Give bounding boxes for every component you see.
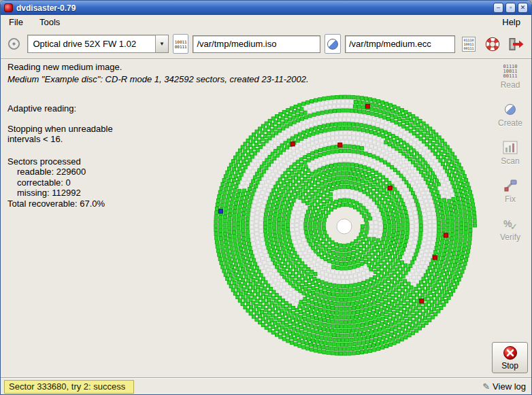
log-icon: ✎ <box>482 381 490 392</box>
action-sidebar: 01110 10011 00111 Read Create <box>491 61 530 377</box>
menu-file[interactable]: File <box>6 16 26 28</box>
create-label: Create <box>498 118 522 128</box>
drive-button[interactable] <box>5 35 23 54</box>
stop-label: Stop <box>501 361 518 371</box>
settings-icon: 01110 10011 00111 <box>462 37 476 52</box>
fix-button[interactable]: Fix <box>493 175 528 207</box>
action-header: Reading new medium image. Medium "Exampl… <box>7 62 486 84</box>
readable-count: readable: 229600 <box>7 167 184 177</box>
verify-icon: % ✓ <box>503 216 517 231</box>
correctable-count: correctable: 0 <box>7 177 184 188</box>
app-window: dvdisaster-0.79 – ▫ ✕ File Tools Help Op… <box>0 0 532 395</box>
view-log-button[interactable]: ✎ View log <box>482 381 529 392</box>
maximize-icon: ▫ <box>510 4 512 11</box>
ecc-file-input[interactable] <box>345 35 455 53</box>
ecc-ball-icon <box>327 39 338 50</box>
stopping-line2: intervals < 16. <box>7 134 184 145</box>
app-icon <box>4 3 13 12</box>
fix-icon <box>503 178 518 193</box>
statusbar: Sector 333680, try 2: success ✎ View log <box>1 378 531 394</box>
view-log-label: View log <box>493 381 526 392</box>
reading-mode-label: Adaptive reading: <box>7 103 184 114</box>
menu-tools[interactable]: Tools <box>37 16 63 28</box>
drive-select[interactable]: Optical drive 52X FW 1.02 ▼ <box>27 35 169 53</box>
close-icon: ✕ <box>520 4 526 11</box>
minimize-button[interactable]: – <box>493 3 503 13</box>
fix-label: Fix <box>505 194 516 204</box>
missing-count: missing: 112992 <box>7 188 184 199</box>
read-button[interactable]: 01110 10011 00111 Read <box>493 61 528 92</box>
stop-button[interactable]: Stop <box>492 342 528 373</box>
toolbar-right: 01110 10011 00111 <box>459 35 527 54</box>
window-title: dvdisaster-0.79 <box>16 3 76 13</box>
create-button[interactable]: Create <box>493 99 528 131</box>
help-button[interactable] <box>483 35 502 54</box>
quit-button[interactable] <box>507 35 526 54</box>
stopping-line1: Stopping when unreadable <box>7 124 184 135</box>
verify-button[interactable]: % ✓ Verify <box>493 213 528 245</box>
stop-icon <box>503 345 518 360</box>
window-controls: – ▫ ✕ <box>493 3 528 13</box>
preferences-button[interactable]: 01110 10011 00111 <box>459 35 478 54</box>
scan-icon <box>503 140 518 155</box>
menu-help[interactable]: Help <box>499 16 523 28</box>
image-file-input[interactable] <box>193 35 320 53</box>
cd-drive-icon <box>8 38 20 50</box>
chevron-down-icon: ▼ <box>155 35 168 52</box>
sectors-processed-label: Sectors processed <box>7 156 184 167</box>
read-icon: 01110 10011 00111 <box>503 64 517 79</box>
toolbar: Optical drive 52X FW 1.02 ▼ 10011 00111 … <box>1 29 531 58</box>
create-icon <box>505 102 516 117</box>
maximize-button[interactable]: ▫ <box>505 3 516 13</box>
verify-label: Verify <box>500 233 520 242</box>
binary-glyph: 10011 00111 <box>175 39 187 49</box>
toolbar-separator <box>1 58 531 60</box>
reading-stats: Adaptive reading: Stopping when unreadab… <box>7 103 184 209</box>
disc-canvas <box>204 86 484 366</box>
close-button[interactable]: ✕ <box>518 3 528 13</box>
menubar: File Tools Help <box>1 15 531 29</box>
scan-button[interactable]: Scan <box>493 137 528 169</box>
ecc-file-icon <box>325 34 341 54</box>
drive-select-value: Optical drive 52X FW 1.02 <box>33 39 136 49</box>
image-file-icon: 10011 00111 <box>173 34 189 54</box>
titlebar[interactable]: dvdisaster-0.79 – ▫ ✕ <box>1 1 531 15</box>
read-label: Read <box>501 80 520 90</box>
status-message: Sector 333680, try 2: success <box>4 380 134 394</box>
minimize-icon: – <box>497 4 500 11</box>
exit-icon <box>508 37 525 51</box>
action-title: Reading new medium image. <box>7 62 486 72</box>
lifesaver-icon <box>485 37 500 52</box>
total-recoverable: Total recoverable: 67.0% <box>7 199 184 209</box>
scan-label: Scan <box>501 156 519 166</box>
medium-info: Medium "Example disc": CD-R mode 1, 3425… <box>7 74 486 84</box>
